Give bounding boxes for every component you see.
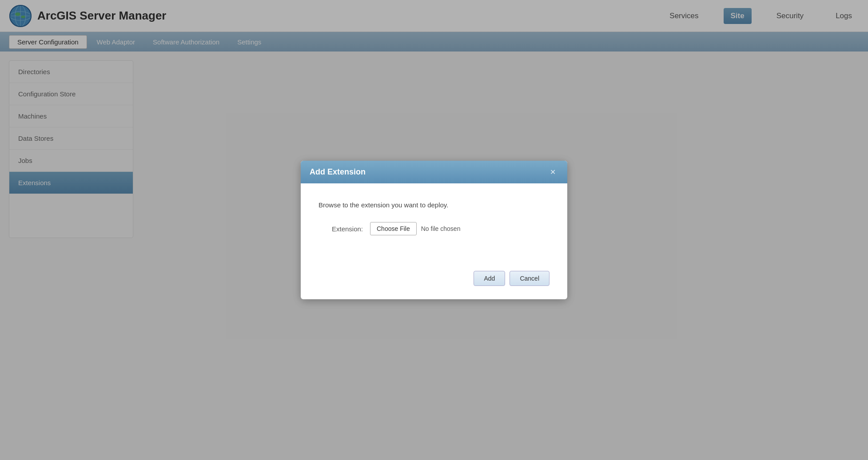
add-extension-modal: Add Extension ✕ Browse to the extension …	[301, 161, 567, 299]
modal-footer: Add Cancel	[301, 271, 567, 299]
modal-title: Add Extension	[310, 167, 366, 177]
cancel-button[interactable]: Cancel	[510, 271, 549, 286]
extension-label: Extension:	[319, 225, 363, 233]
choose-file-button[interactable]: Choose File	[370, 222, 417, 235]
no-file-text: No file chosen	[421, 225, 461, 232]
modal-overlay: Add Extension ✕ Browse to the extension …	[0, 0, 868, 460]
add-button[interactable]: Add	[474, 271, 505, 286]
modal-description: Browse to the extension you want to depl…	[319, 201, 549, 209]
modal-close-button[interactable]: ✕	[547, 167, 558, 177]
modal-body: Browse to the extension you want to depl…	[301, 183, 567, 271]
modal-header: Add Extension ✕	[301, 161, 567, 183]
file-input-wrapper: Choose File No file chosen	[370, 222, 460, 235]
extension-form-row: Extension: Choose File No file chosen	[319, 222, 549, 235]
